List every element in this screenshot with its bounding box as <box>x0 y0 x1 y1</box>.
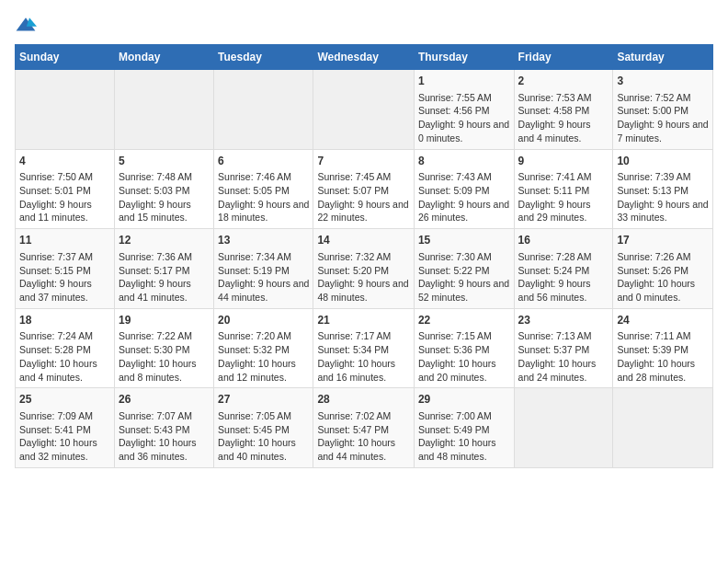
day-number: 29 <box>418 392 510 408</box>
day-info: Sunrise: 7:17 AM Sunset: 5:34 PM Dayligh… <box>317 329 410 384</box>
calendar-day-cell: 8Sunrise: 7:43 AM Sunset: 5:09 PM Daylig… <box>414 149 514 229</box>
day-number: 20 <box>218 313 309 328</box>
calendar-day-cell: 17Sunrise: 7:26 AM Sunset: 5:26 PM Dayli… <box>613 229 713 309</box>
day-info: Sunrise: 7:28 AM Sunset: 5:24 PM Dayligh… <box>518 250 609 304</box>
day-info: Sunrise: 7:46 AM Sunset: 5:05 PM Dayligh… <box>218 170 309 224</box>
day-info: Sunrise: 7:52 AM Sunset: 5:00 PM Dayligh… <box>617 91 709 145</box>
day-info: Sunrise: 7:00 AM Sunset: 5:49 PM Dayligh… <box>418 409 510 464</box>
calendar-day-cell: 27Sunrise: 7:05 AM Sunset: 5:45 PM Dayli… <box>214 388 313 468</box>
calendar-day-cell: 10Sunrise: 7:39 AM Sunset: 5:13 PM Dayli… <box>613 149 713 229</box>
calendar-day-cell <box>16 70 115 150</box>
day-number: 24 <box>617 313 709 328</box>
calendar-day-cell: 11Sunrise: 7:37 AM Sunset: 5:15 PM Dayli… <box>16 229 115 309</box>
day-number: 9 <box>518 154 609 169</box>
day-info: Sunrise: 7:13 AM Sunset: 5:37 PM Dayligh… <box>518 329 609 384</box>
calendar-day-cell: 23Sunrise: 7:13 AM Sunset: 5:37 PM Dayli… <box>514 308 613 388</box>
calendar-week-row: 1Sunrise: 7:55 AM Sunset: 4:56 PM Daylig… <box>16 70 713 150</box>
calendar-day-cell <box>214 70 313 150</box>
day-info: Sunrise: 7:15 AM Sunset: 5:36 PM Dayligh… <box>418 329 510 384</box>
day-number: 7 <box>317 154 410 169</box>
weekday-header: Friday <box>514 45 613 70</box>
calendar-week-row: 25Sunrise: 7:09 AM Sunset: 5:41 PM Dayli… <box>16 388 713 468</box>
calendar-week-row: 4Sunrise: 7:50 AM Sunset: 5:01 PM Daylig… <box>16 149 713 229</box>
calendar-day-cell <box>313 70 415 150</box>
calendar-day-cell: 5Sunrise: 7:48 AM Sunset: 5:03 PM Daylig… <box>114 149 213 229</box>
calendar-day-cell: 9Sunrise: 7:41 AM Sunset: 5:11 PM Daylig… <box>514 149 613 229</box>
day-number: 5 <box>119 154 210 169</box>
day-number: 10 <box>617 154 709 169</box>
calendar-table: SundayMondayTuesdayWednesdayThursdayFrid… <box>15 44 713 468</box>
calendar-day-cell: 29Sunrise: 7:00 AM Sunset: 5:49 PM Dayli… <box>414 388 514 468</box>
day-info: Sunrise: 7:53 AM Sunset: 4:58 PM Dayligh… <box>518 91 609 145</box>
day-number: 6 <box>218 154 309 169</box>
day-number: 26 <box>119 392 210 408</box>
day-number: 19 <box>119 313 210 328</box>
day-number: 12 <box>119 233 210 248</box>
day-info: Sunrise: 7:50 AM Sunset: 5:01 PM Dayligh… <box>19 170 110 224</box>
day-number: 3 <box>617 74 709 89</box>
day-number: 21 <box>317 313 410 328</box>
weekday-header: Monday <box>114 45 213 70</box>
day-info: Sunrise: 7:39 AM Sunset: 5:13 PM Dayligh… <box>617 170 709 224</box>
day-info: Sunrise: 7:55 AM Sunset: 4:56 PM Dayligh… <box>418 91 510 145</box>
weekday-header: Tuesday <box>214 45 313 70</box>
calendar-day-cell: 14Sunrise: 7:32 AM Sunset: 5:20 PM Dayli… <box>313 229 415 309</box>
day-info: Sunrise: 7:41 AM Sunset: 5:11 PM Dayligh… <box>518 170 609 224</box>
weekday-header: Saturday <box>613 45 713 70</box>
day-info: Sunrise: 7:05 AM Sunset: 5:45 PM Dayligh… <box>218 409 309 464</box>
day-number: 17 <box>617 233 709 248</box>
calendar-day-cell: 24Sunrise: 7:11 AM Sunset: 5:39 PM Dayli… <box>613 308 713 388</box>
day-info: Sunrise: 7:11 AM Sunset: 5:39 PM Dayligh… <box>617 329 709 384</box>
day-number: 14 <box>317 233 410 248</box>
day-info: Sunrise: 7:43 AM Sunset: 5:09 PM Dayligh… <box>418 170 510 224</box>
calendar-day-cell: 1Sunrise: 7:55 AM Sunset: 4:56 PM Daylig… <box>414 70 514 150</box>
weekday-header: Wednesday <box>313 45 415 70</box>
day-info: Sunrise: 7:07 AM Sunset: 5:43 PM Dayligh… <box>119 409 210 464</box>
calendar-day-cell: 4Sunrise: 7:50 AM Sunset: 5:01 PM Daylig… <box>16 149 115 229</box>
calendar-day-cell <box>613 388 713 468</box>
day-info: Sunrise: 7:30 AM Sunset: 5:22 PM Dayligh… <box>418 250 510 304</box>
calendar-day-cell: 28Sunrise: 7:02 AM Sunset: 5:47 PM Dayli… <box>313 388 415 468</box>
day-info: Sunrise: 7:24 AM Sunset: 5:28 PM Dayligh… <box>19 329 110 384</box>
calendar-day-cell: 16Sunrise: 7:28 AM Sunset: 5:24 PM Dayli… <box>514 229 613 309</box>
day-info: Sunrise: 7:20 AM Sunset: 5:32 PM Dayligh… <box>218 329 309 384</box>
logo <box>15 15 40 37</box>
day-number: 13 <box>218 233 309 248</box>
page-header <box>15 15 713 37</box>
day-info: Sunrise: 7:36 AM Sunset: 5:17 PM Dayligh… <box>119 250 210 304</box>
calendar-day-cell <box>514 388 613 468</box>
day-info: Sunrise: 7:32 AM Sunset: 5:20 PM Dayligh… <box>317 250 410 304</box>
day-info: Sunrise: 7:09 AM Sunset: 5:41 PM Dayligh… <box>19 409 110 464</box>
calendar-day-cell: 21Sunrise: 7:17 AM Sunset: 5:34 PM Dayli… <box>313 308 415 388</box>
calendar-week-row: 11Sunrise: 7:37 AM Sunset: 5:15 PM Dayli… <box>16 229 713 309</box>
weekday-header: Thursday <box>414 45 514 70</box>
day-info: Sunrise: 7:22 AM Sunset: 5:30 PM Dayligh… <box>119 329 210 384</box>
calendar-day-cell: 19Sunrise: 7:22 AM Sunset: 5:30 PM Dayli… <box>114 308 213 388</box>
day-number: 18 <box>19 313 110 328</box>
day-number: 8 <box>418 154 510 169</box>
day-number: 11 <box>19 233 110 248</box>
day-info: Sunrise: 7:37 AM Sunset: 5:15 PM Dayligh… <box>19 250 110 304</box>
calendar-day-cell: 22Sunrise: 7:15 AM Sunset: 5:36 PM Dayli… <box>414 308 514 388</box>
day-number: 15 <box>418 233 510 248</box>
calendar-day-cell: 26Sunrise: 7:07 AM Sunset: 5:43 PM Dayli… <box>114 388 213 468</box>
day-info: Sunrise: 7:02 AM Sunset: 5:47 PM Dayligh… <box>317 409 410 464</box>
calendar-day-cell: 2Sunrise: 7:53 AM Sunset: 4:58 PM Daylig… <box>514 70 613 150</box>
calendar-day-cell: 20Sunrise: 7:20 AM Sunset: 5:32 PM Dayli… <box>214 308 313 388</box>
calendar-day-cell: 25Sunrise: 7:09 AM Sunset: 5:41 PM Dayli… <box>16 388 115 468</box>
day-info: Sunrise: 7:34 AM Sunset: 5:19 PM Dayligh… <box>218 250 309 304</box>
day-number: 25 <box>19 392 110 408</box>
day-number: 16 <box>518 233 609 248</box>
day-number: 22 <box>418 313 510 328</box>
svg-marker-1 <box>27 17 37 27</box>
day-number: 2 <box>518 74 609 89</box>
calendar-week-row: 18Sunrise: 7:24 AM Sunset: 5:28 PM Dayli… <box>16 308 713 388</box>
calendar-day-cell: 6Sunrise: 7:46 AM Sunset: 5:05 PM Daylig… <box>214 149 313 229</box>
weekday-header: Sunday <box>16 45 115 70</box>
calendar-day-cell: 13Sunrise: 7:34 AM Sunset: 5:19 PM Dayli… <box>214 229 313 309</box>
day-number: 4 <box>19 154 110 169</box>
day-info: Sunrise: 7:45 AM Sunset: 5:07 PM Dayligh… <box>317 170 410 224</box>
calendar-day-cell: 15Sunrise: 7:30 AM Sunset: 5:22 PM Dayli… <box>414 229 514 309</box>
day-info: Sunrise: 7:48 AM Sunset: 5:03 PM Dayligh… <box>119 170 210 224</box>
day-number: 28 <box>317 392 410 408</box>
